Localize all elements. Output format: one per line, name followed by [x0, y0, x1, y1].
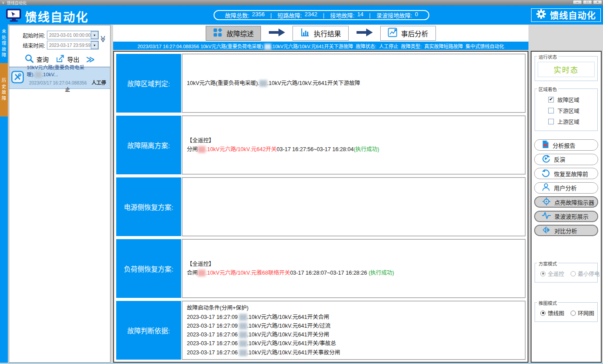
app-window: ∨ 馈线自动化 – □ × 馈线自动化 故障总数:2356 | 短路故障: [0, 0, 603, 364]
checkbox-downstream-area[interactable]: 下游区域: [538, 105, 595, 116]
tab-execution-result[interactable]: 执行结果: [293, 26, 348, 41]
row-content-isolation-plan: 【全遥控】分闸██.10kV元六路/10kV.元642开关03-17 16:27…: [182, 116, 525, 174]
header-badge-label: 馈线自动化: [550, 9, 596, 21]
fault-list-item[interactable]: 10kV元六路(重要负荷电采暖).██.10kV... 2023/03/17 1…: [9, 67, 110, 89]
radio-icon: [540, 271, 546, 276]
user-analysis-button[interactable]: 用户分析: [534, 182, 598, 194]
run-status-value: 实时态: [538, 62, 595, 77]
fault-item-time: 2023/03/17 16:27:04.088356: [29, 81, 87, 85]
replay-button[interactable]: 反演: [534, 154, 598, 165]
replay-icon: [542, 154, 550, 164]
detail-row: 故障隔离方案: 【全遥控】分闸██.10kV元六路/10kV.元642开关03-…: [116, 116, 525, 174]
waveform-icon: [542, 211, 551, 221]
row-content-source-side-restore: [182, 177, 525, 236]
light-fault-indicator-button[interactable]: 点亮故障指示器: [534, 196, 598, 208]
compare-icon: [542, 226, 551, 236]
checkbox-fault-area[interactable]: 故障区域: [538, 94, 595, 105]
detail-row: 故障判断依据: 故障启动条件(分闸+保护)2023-03-17 16:27:09…: [116, 301, 525, 360]
fault-summary-content: 故障区域判定: 10kV元六路(重要负荷电采暖).██.10kV元六路/10kV…: [113, 51, 528, 363]
bar-chart-icon: [300, 28, 310, 39]
sidebar-tab-history-faults[interactable]: 历史故障: [0, 63, 8, 117]
fault-indicator-target-icon: [542, 197, 551, 207]
app-title: 馈线自动化: [25, 8, 89, 25]
detail-row: 故障区域判定: 10kV元六路(重要负荷电采暖).██.10kV元六路/10kV…: [116, 54, 525, 113]
radio-icon[interactable]: [540, 311, 546, 316]
analysis-report-button[interactable]: 分析报告: [534, 139, 598, 151]
start-time-label: 起始时间:: [19, 32, 45, 39]
close-button[interactable]: ×: [593, 0, 602, 4]
row-content-fault-area: 10kV元六路(重要负荷电采暖).██.10kV元六路/10kV.元641开关下…: [182, 54, 525, 113]
window-titlebar: ∨ 馈线自动化 – □ ×: [0, 0, 603, 5]
main-area: 故障综述 执行结果: [113, 25, 528, 363]
window-title: 馈线自动化: [7, 0, 27, 6]
radio-icon: [571, 271, 576, 276]
gear-icon[interactable]: [536, 9, 546, 21]
sidebar-tab-unprocessed-faults[interactable]: 未处理故障: [0, 25, 8, 63]
window-controls: – □ ×: [573, 0, 602, 4]
header-right-badge: 馈线自动化: [531, 8, 601, 22]
restore-pre-fault-button[interactable]: 恢复至故障前: [534, 168, 598, 179]
report-pdf-icon: [542, 140, 549, 150]
detail-row: 电源侧恢复方案:: [116, 177, 525, 236]
checkbox-icon[interactable]: [548, 97, 554, 102]
area-coloring-group: 区域着色 故障区域 下游区域 上游区域: [535, 88, 598, 131]
waveform-display-button[interactable]: 录波波形展示: [534, 211, 598, 222]
user-icon: [542, 183, 550, 193]
run-status-title: 运行状态: [537, 53, 558, 60]
stat-separator: |: [369, 12, 371, 18]
tools-panel: 运行状态 实时态 区域着色 故障区域 下游区域 上游区域: [531, 51, 602, 363]
collapse-filter-chevron-icon[interactable]: ≫: [99, 35, 107, 42]
radio-full-remote: 全遥控: [540, 269, 564, 278]
map-mode-title: 推图模式: [537, 300, 558, 306]
tiles-icon: [213, 28, 222, 39]
current-fault-info-bar: 2023/03/17 16:27:04.088356 10kV元六路(重要负荷电…: [113, 42, 528, 50]
tool-buttons: 分析报告 反演 恢复至: [534, 139, 598, 236]
row-content-fault-judgement: 故障启动条件(分闸+保护)2023-03-17 16:27:09 ██.10kV…: [182, 301, 525, 360]
compare-analysis-button[interactable]: 对比分析: [534, 225, 598, 236]
row-label-fault-area: 故障区域判定:: [116, 54, 181, 113]
detail-row: 负荷侧恢复方案: 【全遥控】合闸██.10kV元六路/10kV.元雅68联络开关…: [116, 239, 525, 298]
run-status-group: 运行状态 实时态: [535, 56, 598, 81]
flow-arrow-icon: [268, 28, 285, 39]
stat-wave-ground-faults: 录波接地故障:0: [376, 11, 418, 19]
restore-icon: [542, 169, 550, 179]
checkbox-upstream-area[interactable]: 上游区域: [538, 116, 595, 127]
app-header: 馈线自动化 故障总数:2356 | 短路故障:2342 | 接地故障:14 | …: [0, 5, 603, 25]
more-actions-chevron-icon[interactable]: ≫: [86, 55, 95, 64]
workflow-tabs: 故障综述 执行结果: [113, 25, 528, 42]
stat-total-faults: 故障总数:2356: [225, 11, 265, 19]
stat-separator: |: [323, 12, 324, 18]
fault-query-panel: 起始时间: 2023-03-01 00:00:00 ▼ 结束时间: 2023-0…: [9, 25, 111, 363]
stat-ground-faults: 接地故障:14: [330, 11, 364, 19]
dropdown-arrow-icon[interactable]: ▼: [91, 41, 98, 49]
start-time-select[interactable]: 2023-03-01 00:00:00 ▼: [47, 31, 99, 39]
area-coloring-title: 区域着色: [537, 86, 558, 92]
radio-ring-map[interactable]: 环网图: [571, 309, 595, 317]
end-time-select[interactable]: 2023-03-17 23:59:59 ▼: [47, 41, 99, 49]
titlebar-chevron-icon[interactable]: ∨: [2, 0, 5, 5]
radio-min-outage: 最小停电: [571, 269, 600, 278]
row-label-source-side-restore: 电源侧恢复方案:: [116, 177, 181, 236]
fault-stats-bar: 故障总数:2356 | 短路故障:2342 | 接地故障:14 | 录波接地故障…: [214, 10, 429, 20]
time-filter: 起始时间: 2023-03-01 00:00:00 ▼ 结束时间: 2023-0…: [9, 25, 110, 49]
plan-mode-title: 方案模式: [537, 260, 558, 267]
flow-arrow-icon: [356, 28, 373, 39]
stat-short-circuit-faults: 短路故障:2342: [278, 11, 318, 19]
line-chart-icon: [388, 28, 397, 39]
radio-feeder-map[interactable]: 馈线图: [540, 309, 564, 317]
checkbox-icon[interactable]: [548, 108, 554, 113]
side-tab-strip: 未处理故障 历史故障: [0, 25, 8, 363]
checkbox-icon[interactable]: [548, 119, 554, 124]
tab-fault-summary[interactable]: 故障综述: [206, 26, 261, 41]
map-mode-group: 推图模式 馈线图 环网图: [535, 302, 598, 322]
end-time-label: 结束时间:: [19, 42, 45, 49]
radio-icon[interactable]: [571, 311, 576, 316]
stat-separator: |: [270, 12, 271, 18]
tab-post-analysis[interactable]: 事后分析: [380, 26, 436, 41]
fault-item-title: 10kV元六路(重要负荷电采暖).██.10kV...: [27, 64, 108, 78]
dropdown-arrow-icon[interactable]: ▼: [91, 31, 98, 39]
maximize-button[interactable]: □: [583, 0, 592, 4]
minimize-button[interactable]: –: [573, 0, 582, 4]
row-label-isolation-plan: 故障隔离方案:: [116, 116, 181, 174]
fault-item-subtitle: 2023/03/17 16:27:04.088356 人工停止: [27, 79, 108, 93]
